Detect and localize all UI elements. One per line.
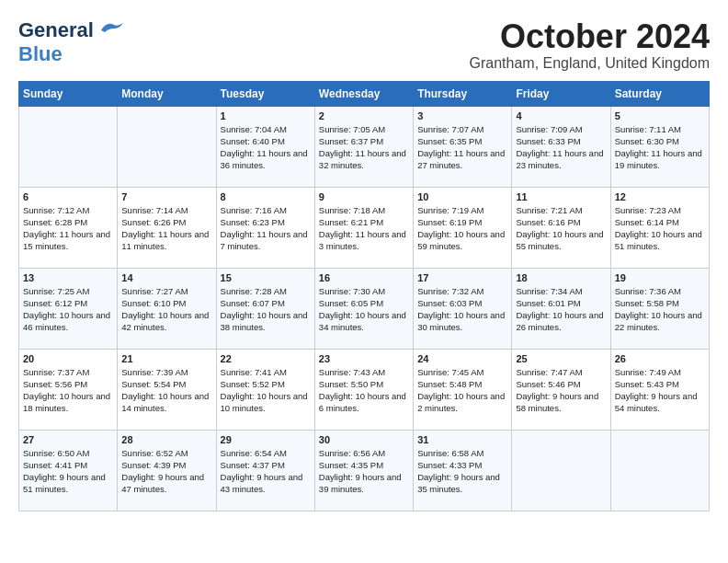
weekday-header-tuesday: Tuesday bbox=[216, 81, 314, 106]
calendar-table: SundayMondayTuesdayWednesdayThursdayFrid… bbox=[18, 81, 710, 511]
week-row-5: 27Sunrise: 6:50 AMSunset: 4:41 PMDayligh… bbox=[19, 430, 710, 511]
day-detail: Sunrise: 7:27 AMSunset: 6:10 PMDaylight:… bbox=[121, 286, 209, 333]
day-detail: Sunrise: 7:18 AMSunset: 6:21 PMDaylight:… bbox=[319, 205, 406, 252]
calendar-cell: 18Sunrise: 7:34 AMSunset: 6:01 PMDayligh… bbox=[512, 268, 610, 349]
logo-blue: Blue bbox=[18, 42, 63, 65]
day-number: 19 bbox=[615, 272, 705, 283]
calendar-cell: 14Sunrise: 7:27 AMSunset: 6:10 PMDayligh… bbox=[118, 268, 216, 349]
day-number: 31 bbox=[417, 434, 507, 445]
calendar-cell: 3Sunrise: 7:07 AMSunset: 6:35 PMDaylight… bbox=[414, 106, 512, 187]
day-number: 23 bbox=[319, 353, 409, 364]
week-row-4: 20Sunrise: 7:37 AMSunset: 5:56 PMDayligh… bbox=[19, 349, 710, 430]
calendar-cell: 5Sunrise: 7:11 AMSunset: 6:30 PMDaylight… bbox=[610, 106, 709, 187]
calendar-cell: 31Sunrise: 6:58 AMSunset: 4:33 PMDayligh… bbox=[414, 430, 512, 511]
day-number: 3 bbox=[417, 110, 507, 121]
weekday-header-friday: Friday bbox=[512, 81, 610, 106]
day-detail: Sunrise: 7:14 AMSunset: 6:26 PMDaylight:… bbox=[121, 205, 209, 252]
logo: General Blue bbox=[18, 18, 123, 66]
page-header: General Blue October 2024 Grantham, Engl… bbox=[18, 18, 710, 72]
day-number: 22 bbox=[221, 353, 311, 364]
day-number: 12 bbox=[615, 191, 705, 202]
calendar-cell: 23Sunrise: 7:43 AMSunset: 5:50 PMDayligh… bbox=[314, 349, 413, 430]
logo-bird-icon bbox=[97, 19, 123, 38]
day-number: 2 bbox=[319, 110, 409, 121]
calendar-cell: 10Sunrise: 7:19 AMSunset: 6:19 PMDayligh… bbox=[414, 187, 512, 268]
day-number: 20 bbox=[23, 353, 113, 364]
calendar-cell: 1Sunrise: 7:04 AMSunset: 6:40 PMDaylight… bbox=[216, 106, 314, 187]
day-detail: Sunrise: 7:12 AMSunset: 6:28 PMDaylight:… bbox=[23, 205, 110, 252]
calendar-cell bbox=[512, 430, 610, 511]
day-number: 1 bbox=[221, 110, 311, 121]
day-number: 28 bbox=[121, 434, 211, 445]
calendar-cell: 22Sunrise: 7:41 AMSunset: 5:52 PMDayligh… bbox=[216, 349, 314, 430]
day-detail: Sunrise: 6:52 AMSunset: 4:39 PMDaylight:… bbox=[121, 448, 204, 495]
week-row-1: 1Sunrise: 7:04 AMSunset: 6:40 PMDaylight… bbox=[19, 106, 710, 187]
calendar-cell: 15Sunrise: 7:28 AMSunset: 6:07 PMDayligh… bbox=[216, 268, 314, 349]
day-detail: Sunrise: 7:28 AMSunset: 6:07 PMDaylight:… bbox=[221, 286, 308, 333]
calendar-cell: 7Sunrise: 7:14 AMSunset: 6:26 PMDaylight… bbox=[118, 187, 216, 268]
day-number: 9 bbox=[319, 191, 409, 202]
day-detail: Sunrise: 7:39 AMSunset: 5:54 PMDaylight:… bbox=[121, 367, 209, 414]
day-number: 21 bbox=[121, 353, 211, 364]
calendar-cell: 28Sunrise: 6:52 AMSunset: 4:39 PMDayligh… bbox=[118, 430, 216, 511]
calendar-cell: 29Sunrise: 6:54 AMSunset: 4:37 PMDayligh… bbox=[216, 430, 314, 511]
week-row-2: 6Sunrise: 7:12 AMSunset: 6:28 PMDaylight… bbox=[19, 187, 710, 268]
day-number: 30 bbox=[319, 434, 409, 445]
day-detail: Sunrise: 7:49 AMSunset: 5:43 PMDaylight:… bbox=[615, 367, 698, 414]
title-block: October 2024 Grantham, England, United K… bbox=[470, 18, 710, 72]
calendar-cell: 30Sunrise: 6:56 AMSunset: 4:35 PMDayligh… bbox=[314, 430, 413, 511]
calendar-cell: 27Sunrise: 6:50 AMSunset: 4:41 PMDayligh… bbox=[19, 430, 118, 511]
calendar-cell bbox=[118, 106, 216, 187]
day-detail: Sunrise: 6:58 AMSunset: 4:33 PMDaylight:… bbox=[417, 448, 500, 495]
day-number: 25 bbox=[516, 353, 606, 364]
weekday-header-thursday: Thursday bbox=[414, 81, 512, 106]
day-detail: Sunrise: 7:47 AMSunset: 5:46 PMDaylight:… bbox=[516, 367, 598, 414]
calendar-cell: 25Sunrise: 7:47 AMSunset: 5:46 PMDayligh… bbox=[512, 349, 610, 430]
day-detail: Sunrise: 7:07 AMSunset: 6:35 PMDaylight:… bbox=[417, 124, 505, 171]
day-detail: Sunrise: 7:37 AMSunset: 5:56 PMDaylight:… bbox=[23, 367, 110, 414]
logo-general: General bbox=[18, 18, 94, 42]
day-detail: Sunrise: 7:05 AMSunset: 6:37 PMDaylight:… bbox=[319, 124, 406, 171]
month-title: October 2024 bbox=[470, 18, 710, 55]
day-detail: Sunrise: 7:23 AMSunset: 6:14 PMDaylight:… bbox=[615, 205, 702, 252]
day-number: 4 bbox=[516, 110, 606, 121]
day-detail: Sunrise: 7:16 AMSunset: 6:23 PMDaylight:… bbox=[221, 205, 308, 252]
day-number: 13 bbox=[23, 272, 113, 283]
day-number: 24 bbox=[417, 353, 507, 364]
calendar-cell: 16Sunrise: 7:30 AMSunset: 6:05 PMDayligh… bbox=[314, 268, 413, 349]
calendar-cell: 8Sunrise: 7:16 AMSunset: 6:23 PMDaylight… bbox=[216, 187, 314, 268]
day-detail: Sunrise: 7:30 AMSunset: 6:05 PMDaylight:… bbox=[319, 286, 406, 333]
calendar-cell: 9Sunrise: 7:18 AMSunset: 6:21 PMDaylight… bbox=[314, 187, 413, 268]
day-detail: Sunrise: 7:09 AMSunset: 6:33 PMDaylight:… bbox=[516, 124, 603, 171]
day-number: 14 bbox=[121, 272, 211, 283]
day-detail: Sunrise: 6:54 AMSunset: 4:37 PMDaylight:… bbox=[221, 448, 303, 495]
day-number: 6 bbox=[23, 191, 113, 202]
day-number: 17 bbox=[417, 272, 507, 283]
day-number: 5 bbox=[615, 110, 705, 121]
calendar-cell: 4Sunrise: 7:09 AMSunset: 6:33 PMDaylight… bbox=[512, 106, 610, 187]
day-number: 16 bbox=[319, 272, 409, 283]
day-detail: Sunrise: 7:04 AMSunset: 6:40 PMDaylight:… bbox=[221, 124, 308, 171]
calendar-cell: 26Sunrise: 7:49 AMSunset: 5:43 PMDayligh… bbox=[610, 349, 709, 430]
calendar-cell: 21Sunrise: 7:39 AMSunset: 5:54 PMDayligh… bbox=[118, 349, 216, 430]
calendar-cell: 2Sunrise: 7:05 AMSunset: 6:37 PMDaylight… bbox=[314, 106, 413, 187]
day-detail: Sunrise: 7:21 AMSunset: 6:16 PMDaylight:… bbox=[516, 205, 603, 252]
day-number: 15 bbox=[221, 272, 311, 283]
calendar-cell: 6Sunrise: 7:12 AMSunset: 6:28 PMDaylight… bbox=[19, 187, 118, 268]
day-number: 29 bbox=[221, 434, 311, 445]
day-number: 26 bbox=[615, 353, 705, 364]
calendar-cell bbox=[610, 430, 709, 511]
calendar-cell: 11Sunrise: 7:21 AMSunset: 6:16 PMDayligh… bbox=[512, 187, 610, 268]
day-detail: Sunrise: 7:19 AMSunset: 6:19 PMDaylight:… bbox=[417, 205, 505, 252]
weekday-header-wednesday: Wednesday bbox=[314, 81, 413, 106]
day-number: 8 bbox=[221, 191, 311, 202]
calendar-cell: 19Sunrise: 7:36 AMSunset: 5:58 PMDayligh… bbox=[610, 268, 709, 349]
day-number: 10 bbox=[417, 191, 507, 202]
week-row-3: 13Sunrise: 7:25 AMSunset: 6:12 PMDayligh… bbox=[19, 268, 710, 349]
location: Grantham, England, United Kingdom bbox=[470, 55, 710, 72]
day-detail: Sunrise: 7:11 AMSunset: 6:30 PMDaylight:… bbox=[615, 124, 702, 171]
day-number: 7 bbox=[121, 191, 211, 202]
weekday-header-saturday: Saturday bbox=[610, 81, 709, 106]
day-detail: Sunrise: 7:34 AMSunset: 6:01 PMDaylight:… bbox=[516, 286, 603, 333]
day-detail: Sunrise: 7:43 AMSunset: 5:50 PMDaylight:… bbox=[319, 367, 406, 414]
